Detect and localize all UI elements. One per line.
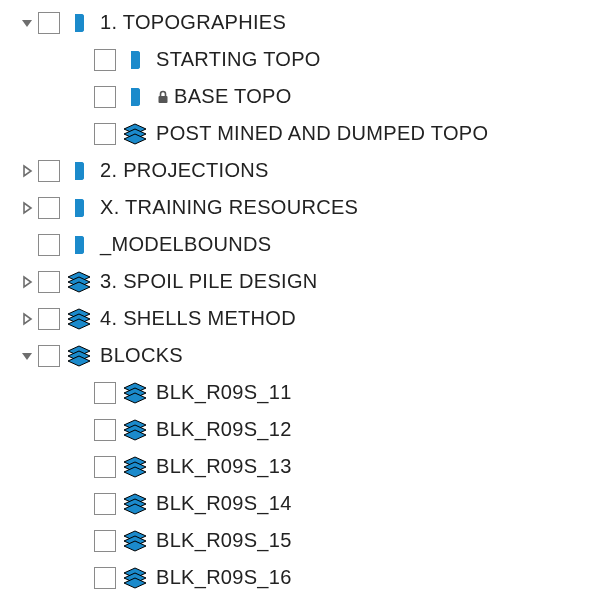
expander-none bbox=[74, 51, 92, 69]
visibility-checkbox[interactable] bbox=[94, 86, 116, 108]
visibility-checkbox[interactable] bbox=[38, 12, 60, 34]
svg-marker-8 bbox=[24, 166, 31, 176]
layers-stack-icon bbox=[122, 565, 148, 591]
expander-open-icon[interactable] bbox=[18, 14, 36, 32]
tree-item-label: 1. TOPOGRAPHIES bbox=[100, 11, 286, 34]
design-folder-icon bbox=[66, 195, 92, 221]
layers-stack-icon bbox=[122, 454, 148, 480]
svg-rect-4 bbox=[159, 96, 168, 103]
tree-row[interactable]: 1. TOPOGRAPHIES bbox=[0, 4, 600, 41]
tree-row[interactable]: 4. SHELLS METHOD bbox=[0, 300, 600, 337]
expander-open-icon[interactable] bbox=[18, 347, 36, 365]
tree-row[interactable]: STARTING TOPO bbox=[0, 41, 600, 78]
layers-stack-icon bbox=[122, 380, 148, 406]
expander-closed-icon[interactable] bbox=[18, 162, 36, 180]
expander-none bbox=[74, 569, 92, 587]
expander-none bbox=[74, 384, 92, 402]
tree-row[interactable]: 3. SPOIL PILE DESIGN bbox=[0, 263, 600, 300]
svg-marker-0 bbox=[22, 20, 32, 27]
expander-none bbox=[74, 88, 92, 106]
tree-row[interactable]: BLK_R09S_14 bbox=[0, 485, 600, 522]
tree-row[interactable]: BLK_R09S_13 bbox=[0, 448, 600, 485]
tree-row[interactable]: BLK_R09S_12 bbox=[0, 411, 600, 448]
visibility-checkbox[interactable] bbox=[38, 160, 60, 182]
tree-row[interactable]: BLOCKS bbox=[0, 337, 600, 374]
tree-row[interactable]: BLK_R09S_15 bbox=[0, 522, 600, 559]
expander-none bbox=[74, 125, 92, 143]
tree-row[interactable]: BASE TOPO bbox=[0, 78, 600, 115]
layers-stack-icon bbox=[122, 491, 148, 517]
tree-row[interactable]: BLK_R09S_11 bbox=[0, 374, 600, 411]
visibility-checkbox[interactable] bbox=[38, 197, 60, 219]
tree-item-label: BLK_R09S_13 bbox=[156, 455, 292, 478]
layers-stack-icon bbox=[66, 269, 92, 295]
expander-closed-icon[interactable] bbox=[18, 199, 36, 217]
tree-item-label: BLK_R09S_12 bbox=[156, 418, 292, 441]
tree-item-label: BLOCKS bbox=[100, 344, 183, 367]
tree-item-label: STARTING TOPO bbox=[156, 48, 321, 71]
lock-icon bbox=[156, 90, 170, 104]
tree-item-label: 3. SPOIL PILE DESIGN bbox=[100, 270, 318, 293]
svg-rect-9 bbox=[71, 162, 75, 180]
visibility-checkbox[interactable] bbox=[94, 530, 116, 552]
expander-none bbox=[74, 421, 92, 439]
design-folder-icon bbox=[66, 10, 92, 36]
tree-row[interactable]: X. TRAINING RESOURCES bbox=[0, 189, 600, 226]
tree-row[interactable]: BLK_R09S_16 bbox=[0, 559, 600, 596]
tree-item-label: BLK_R09S_15 bbox=[156, 529, 292, 552]
svg-marker-17 bbox=[24, 314, 31, 324]
visibility-checkbox[interactable] bbox=[94, 567, 116, 589]
tree-item-label: 2. PROJECTIONS bbox=[100, 159, 269, 182]
layers-stack-icon bbox=[122, 528, 148, 554]
design-folder-icon bbox=[66, 158, 92, 184]
visibility-checkbox[interactable] bbox=[38, 308, 60, 330]
visibility-checkbox[interactable] bbox=[94, 493, 116, 515]
design-folder-icon bbox=[122, 84, 148, 110]
tree-item-label: BLK_R09S_11 bbox=[156, 381, 292, 404]
layers-stack-icon bbox=[122, 417, 148, 443]
svg-marker-13 bbox=[24, 277, 31, 287]
expander-none bbox=[74, 458, 92, 476]
svg-rect-12 bbox=[71, 236, 75, 254]
svg-rect-11 bbox=[71, 199, 75, 217]
svg-rect-3 bbox=[127, 88, 131, 106]
svg-rect-2 bbox=[127, 51, 131, 69]
svg-marker-10 bbox=[24, 203, 31, 213]
svg-marker-21 bbox=[22, 353, 32, 360]
expander-closed-icon[interactable] bbox=[18, 273, 36, 291]
tree-row[interactable]: _MODELBOUNDS bbox=[0, 226, 600, 263]
tree-item-label: POST MINED AND DUMPED TOPO bbox=[156, 122, 488, 145]
tree-item-label: BLK_R09S_14 bbox=[156, 492, 292, 515]
tree-item-label: 4. SHELLS METHOD bbox=[100, 307, 296, 330]
visibility-checkbox[interactable] bbox=[94, 49, 116, 71]
visibility-checkbox[interactable] bbox=[94, 456, 116, 478]
layers-stack-icon bbox=[66, 306, 92, 332]
visibility-checkbox[interactable] bbox=[94, 382, 116, 404]
tree-item-label: BASE TOPO bbox=[174, 85, 292, 108]
design-folder-icon bbox=[122, 47, 148, 73]
visibility-checkbox[interactable] bbox=[94, 123, 116, 145]
svg-rect-1 bbox=[71, 14, 75, 32]
visibility-checkbox[interactable] bbox=[38, 345, 60, 367]
tree-row[interactable]: POST MINED AND DUMPED TOPO bbox=[0, 115, 600, 152]
expander-closed-icon[interactable] bbox=[18, 310, 36, 328]
tree-item-label: _MODELBOUNDS bbox=[100, 233, 271, 256]
layer-tree[interactable]: 1. TOPOGRAPHIESSTARTING TOPOBASE TOPOPOS… bbox=[0, 0, 600, 596]
expander-none bbox=[74, 532, 92, 550]
visibility-checkbox[interactable] bbox=[94, 419, 116, 441]
expander-none bbox=[18, 236, 36, 254]
layers-stack-icon bbox=[66, 343, 92, 369]
tree-row[interactable]: 2. PROJECTIONS bbox=[0, 152, 600, 189]
visibility-checkbox[interactable] bbox=[38, 234, 60, 256]
tree-item-label: X. TRAINING RESOURCES bbox=[100, 196, 358, 219]
tree-item-label: BLK_R09S_16 bbox=[156, 566, 292, 589]
visibility-checkbox[interactable] bbox=[38, 271, 60, 293]
design-folder-icon bbox=[66, 232, 92, 258]
layers-stack-icon bbox=[122, 121, 148, 147]
expander-none bbox=[74, 495, 92, 513]
